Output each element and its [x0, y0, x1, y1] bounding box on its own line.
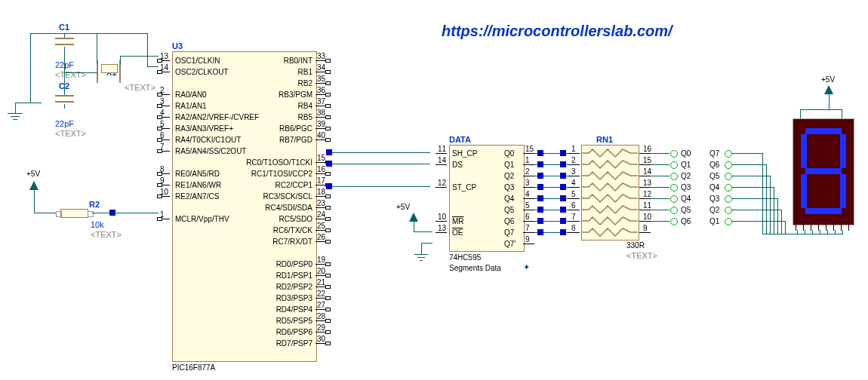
wire	[120, 56, 147, 57]
pin-name: Q7	[504, 228, 514, 237]
net-label: Q2	[709, 206, 719, 214]
pin-name: Q3	[504, 183, 514, 192]
pin-name: RC5/SDO	[279, 215, 312, 223]
pin-name: RC0/T1OSO/T1CKI	[246, 158, 312, 167]
pin-number: 14	[643, 167, 651, 176]
pin-name: RD4/PSP4	[276, 305, 312, 314]
net-terminal-icon	[670, 207, 678, 214]
v5-label-r2: +5V	[26, 170, 40, 178]
wire	[34, 190, 35, 213]
pin-name: SH_CP	[452, 149, 477, 158]
pin-number: 8	[160, 165, 165, 173]
pin-name: RD5/PSP5	[276, 317, 312, 325]
v5-label-mr: +5V	[396, 203, 410, 211]
wire	[64, 47, 65, 72]
net-terminal-icon	[725, 184, 732, 192]
pin-number: 8	[571, 224, 576, 232]
wire	[332, 152, 430, 153]
pin-number: 5	[160, 120, 165, 128]
pin-name: RB0/INT	[284, 57, 312, 65]
r2-value: 10k	[91, 220, 104, 229]
pin-number: 24	[317, 210, 325, 219]
gnd-bar	[417, 257, 425, 258]
wire	[64, 92, 65, 95]
pin-number: 34	[317, 63, 325, 72]
pin-name: RB4	[298, 102, 312, 110]
wire	[64, 104, 65, 109]
pin-number: 3	[160, 97, 165, 106]
probe-icon	[537, 173, 543, 179]
pin-number: 13	[643, 179, 651, 187]
wire	[414, 231, 432, 232]
pin-number: 10	[438, 213, 446, 221]
probe-icon	[537, 195, 543, 201]
pin-number: 15	[525, 145, 534, 153]
wire	[421, 243, 422, 254]
net-label: Q5	[681, 206, 691, 214]
pin-number: 40	[317, 131, 325, 139]
net-label: Q4	[709, 183, 719, 192]
pin-number: 14	[438, 156, 446, 164]
wire	[113, 213, 159, 213]
capacitor-c1	[55, 38, 74, 47]
arrow-up-icon	[29, 181, 38, 190]
pin-number: 25	[317, 222, 325, 230]
wire	[332, 164, 430, 164]
pin-number: 16	[317, 165, 325, 173]
pin-number: 13	[438, 224, 446, 232]
pin-number: 37	[317, 97, 325, 106]
url-link[interactable]: https://microcontrollerslab.com/	[442, 23, 673, 40]
pin-number: 9	[160, 176, 165, 185]
wire	[15, 103, 42, 103]
pin-number: 22	[317, 290, 325, 298]
pin-number: 2	[571, 156, 576, 164]
net-terminal-icon	[670, 195, 678, 203]
probe-icon	[537, 184, 543, 190]
origin-icon: ✦	[523, 262, 530, 272]
gnd-bar	[11, 116, 20, 117]
resistor-zigzag-icon	[581, 148, 638, 158]
pin-number: 3	[571, 167, 576, 176]
pin-number: 33	[317, 52, 325, 60]
pin-name: RC7/RX/DT	[272, 238, 312, 246]
net-terminal-icon	[725, 150, 732, 158]
probe-icon	[537, 218, 543, 224]
pin-name: DS	[452, 161, 463, 169]
probe-icon	[560, 207, 566, 213]
rn1-value: 330R	[626, 241, 645, 250]
wire	[64, 72, 65, 92]
c1-text: <TEXT>	[55, 70, 86, 79]
wire	[829, 94, 830, 109]
probe-icon	[560, 161, 566, 167]
net-label: Q4	[681, 195, 691, 203]
resistor-zigzag-icon	[581, 159, 638, 170]
pin-name: Q4	[504, 195, 514, 203]
net-terminal-icon	[725, 173, 732, 180]
xtal-plate-l	[97, 60, 98, 83]
pin-name: RC3/SCK/SCL	[263, 192, 312, 201]
pin-name: RA3/AN3/VREF+	[175, 124, 233, 133]
pin-number: 6	[571, 201, 576, 210]
pin-name: RE0/AN5/RD	[175, 170, 220, 178]
net-label: Q6	[681, 217, 691, 225]
pin-name: Q5	[504, 206, 514, 214]
pin-name: RA0/AN0	[175, 90, 207, 99]
net-terminal-icon	[725, 195, 732, 203]
pin-name: RD0/PSP0	[276, 260, 312, 268]
pin-number: 9	[525, 235, 530, 244]
pin-name: RC1/T1OSI/CCP2	[251, 170, 312, 178]
data-desc: Segments Data	[449, 264, 501, 272]
data-part: 74HC595	[449, 253, 481, 262]
net-terminal-icon	[725, 161, 732, 169]
pin-number: 18	[317, 188, 325, 196]
net-terminal-icon	[670, 150, 678, 158]
pin-number: 5	[571, 190, 576, 198]
pin-number: 3	[525, 179, 530, 187]
gnd-bar	[13, 119, 17, 120]
wire	[147, 66, 159, 67]
pin-number: 4	[160, 109, 165, 117]
pin-number: 2	[525, 167, 530, 176]
pin-number: 1	[525, 156, 530, 164]
wire	[64, 33, 147, 34]
pin-number: 2	[160, 86, 165, 94]
